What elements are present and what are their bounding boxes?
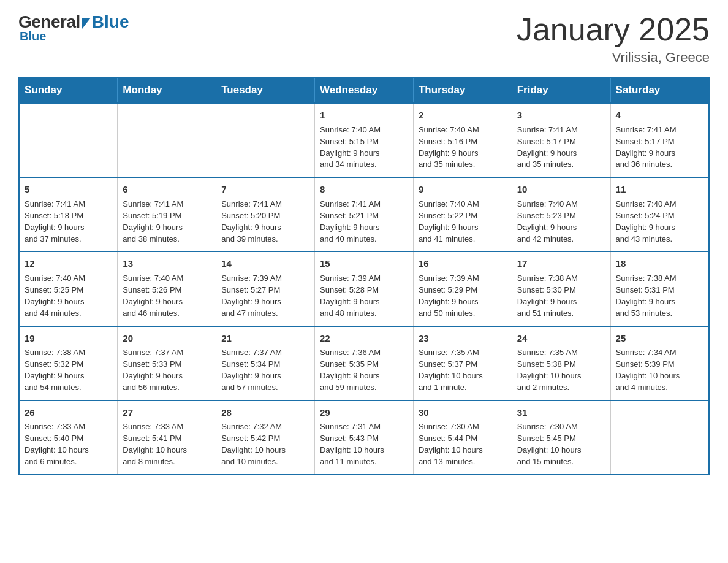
calendar-cell bbox=[216, 103, 315, 177]
day-info: Sunrise: 7:41 AMSunset: 5:21 PMDaylight:… bbox=[320, 199, 408, 245]
day-info: Sunrise: 7:40 AMSunset: 5:26 PMDaylight:… bbox=[123, 273, 211, 319]
calendar-cell: 16Sunrise: 7:39 AMSunset: 5:29 PMDayligh… bbox=[413, 251, 512, 326]
calendar-cell: 31Sunrise: 7:30 AMSunset: 5:45 PMDayligh… bbox=[512, 400, 610, 475]
day-number: 22 bbox=[320, 332, 408, 345]
calendar-cell bbox=[610, 400, 709, 475]
day-info: Sunrise: 7:33 AMSunset: 5:40 PMDaylight:… bbox=[25, 421, 112, 467]
logo-bottom-text: Blue bbox=[20, 29, 46, 44]
day-number: 7 bbox=[221, 183, 309, 196]
calendar-cell: 15Sunrise: 7:39 AMSunset: 5:28 PMDayligh… bbox=[315, 251, 414, 326]
weekday-header-saturday: Saturday bbox=[610, 77, 709, 103]
day-number: 23 bbox=[419, 332, 507, 345]
logo-triangle-icon bbox=[82, 18, 91, 29]
day-info: Sunrise: 7:40 AMSunset: 5:22 PMDaylight:… bbox=[419, 199, 507, 245]
weekday-header-monday: Monday bbox=[118, 77, 216, 103]
calendar-cell: 11Sunrise: 7:40 AMSunset: 5:24 PMDayligh… bbox=[610, 177, 709, 251]
day-info: Sunrise: 7:30 AMSunset: 5:44 PMDaylight:… bbox=[419, 421, 507, 467]
calendar-cell: 25Sunrise: 7:34 AMSunset: 5:39 PMDayligh… bbox=[610, 326, 709, 400]
day-number: 16 bbox=[419, 257, 507, 270]
calendar-cell bbox=[118, 103, 216, 177]
calendar-cell: 29Sunrise: 7:31 AMSunset: 5:43 PMDayligh… bbox=[315, 400, 414, 475]
title-block: January 2025 Vrilissia, Greece bbox=[517, 12, 710, 66]
day-info: Sunrise: 7:41 AMSunset: 5:19 PMDaylight:… bbox=[123, 199, 211, 245]
calendar-table: SundayMondayTuesdayWednesdayThursdayFrid… bbox=[18, 77, 710, 475]
day-number: 2 bbox=[419, 109, 507, 122]
day-number: 6 bbox=[123, 183, 211, 196]
day-number: 26 bbox=[25, 406, 112, 419]
calendar-cell: 27Sunrise: 7:33 AMSunset: 5:41 PMDayligh… bbox=[118, 400, 216, 475]
day-info: Sunrise: 7:36 AMSunset: 5:35 PMDaylight:… bbox=[320, 347, 408, 393]
calendar-cell bbox=[19, 103, 118, 177]
calendar-cell: 20Sunrise: 7:37 AMSunset: 5:33 PMDayligh… bbox=[118, 326, 216, 400]
day-info: Sunrise: 7:35 AMSunset: 5:38 PMDaylight:… bbox=[517, 347, 605, 393]
day-info: Sunrise: 7:40 AMSunset: 5:23 PMDaylight:… bbox=[517, 199, 605, 245]
calendar-cell: 3Sunrise: 7:41 AMSunset: 5:17 PMDaylight… bbox=[512, 103, 610, 177]
calendar-cell: 30Sunrise: 7:30 AMSunset: 5:44 PMDayligh… bbox=[413, 400, 512, 475]
calendar-cell: 1Sunrise: 7:40 AMSunset: 5:15 PMDaylight… bbox=[315, 103, 414, 177]
calendar-cell: 5Sunrise: 7:41 AMSunset: 5:18 PMDaylight… bbox=[19, 177, 118, 251]
day-info: Sunrise: 7:41 AMSunset: 5:17 PMDaylight:… bbox=[517, 124, 605, 170]
day-number: 5 bbox=[25, 183, 112, 196]
calendar-week-row: 1Sunrise: 7:40 AMSunset: 5:15 PMDaylight… bbox=[19, 103, 709, 177]
calendar-cell: 2Sunrise: 7:40 AMSunset: 5:16 PMDaylight… bbox=[413, 103, 512, 177]
day-info: Sunrise: 7:39 AMSunset: 5:27 PMDaylight:… bbox=[221, 273, 309, 319]
calendar-cell: 24Sunrise: 7:35 AMSunset: 5:38 PMDayligh… bbox=[512, 326, 610, 400]
logo-blue-text: Blue bbox=[92, 12, 129, 32]
logo: General Blue Blue bbox=[18, 12, 129, 44]
day-info: Sunrise: 7:40 AMSunset: 5:25 PMDaylight:… bbox=[25, 273, 112, 319]
day-info: Sunrise: 7:40 AMSunset: 5:16 PMDaylight:… bbox=[419, 124, 507, 170]
weekday-header-sunday: Sunday bbox=[19, 77, 118, 103]
day-number: 30 bbox=[419, 406, 507, 419]
day-info: Sunrise: 7:38 AMSunset: 5:32 PMDaylight:… bbox=[25, 347, 112, 393]
day-number: 11 bbox=[616, 183, 703, 196]
calendar-cell: 8Sunrise: 7:41 AMSunset: 5:21 PMDaylight… bbox=[315, 177, 414, 251]
weekday-header-thursday: Thursday bbox=[413, 77, 512, 103]
day-number: 17 bbox=[517, 257, 605, 270]
calendar-week-row: 12Sunrise: 7:40 AMSunset: 5:25 PMDayligh… bbox=[19, 251, 709, 326]
day-info: Sunrise: 7:32 AMSunset: 5:42 PMDaylight:… bbox=[221, 421, 309, 467]
calendar-cell: 18Sunrise: 7:38 AMSunset: 5:31 PMDayligh… bbox=[610, 251, 709, 326]
day-number: 8 bbox=[320, 183, 408, 196]
day-info: Sunrise: 7:34 AMSunset: 5:39 PMDaylight:… bbox=[616, 347, 703, 393]
day-number: 29 bbox=[320, 406, 408, 419]
day-info: Sunrise: 7:41 AMSunset: 5:20 PMDaylight:… bbox=[221, 199, 309, 245]
day-number: 18 bbox=[616, 257, 703, 270]
calendar-cell: 21Sunrise: 7:37 AMSunset: 5:34 PMDayligh… bbox=[216, 326, 315, 400]
day-info: Sunrise: 7:37 AMSunset: 5:34 PMDaylight:… bbox=[221, 347, 309, 393]
calendar-week-row: 26Sunrise: 7:33 AMSunset: 5:40 PMDayligh… bbox=[19, 400, 709, 475]
weekday-header-wednesday: Wednesday bbox=[315, 77, 414, 103]
day-number: 27 bbox=[123, 406, 211, 419]
day-info: Sunrise: 7:40 AMSunset: 5:24 PMDaylight:… bbox=[616, 199, 703, 245]
calendar-cell: 13Sunrise: 7:40 AMSunset: 5:26 PMDayligh… bbox=[118, 251, 216, 326]
calendar-cell: 28Sunrise: 7:32 AMSunset: 5:42 PMDayligh… bbox=[216, 400, 315, 475]
weekday-header-friday: Friday bbox=[512, 77, 610, 103]
day-info: Sunrise: 7:38 AMSunset: 5:30 PMDaylight:… bbox=[517, 273, 605, 319]
day-number: 13 bbox=[123, 257, 211, 270]
day-info: Sunrise: 7:35 AMSunset: 5:37 PMDaylight:… bbox=[419, 347, 507, 393]
page-header: General Blue Blue January 2025 Vrilissia… bbox=[18, 12, 710, 66]
calendar-cell: 17Sunrise: 7:38 AMSunset: 5:30 PMDayligh… bbox=[512, 251, 610, 326]
day-number: 15 bbox=[320, 257, 408, 270]
day-number: 14 bbox=[221, 257, 309, 270]
day-number: 24 bbox=[517, 332, 605, 345]
calendar-cell: 12Sunrise: 7:40 AMSunset: 5:25 PMDayligh… bbox=[19, 251, 118, 326]
calendar-cell: 4Sunrise: 7:41 AMSunset: 5:17 PMDaylight… bbox=[610, 103, 709, 177]
day-number: 28 bbox=[221, 406, 309, 419]
day-number: 4 bbox=[616, 109, 703, 122]
day-info: Sunrise: 7:40 AMSunset: 5:15 PMDaylight:… bbox=[320, 124, 408, 170]
day-info: Sunrise: 7:41 AMSunset: 5:18 PMDaylight:… bbox=[25, 199, 112, 245]
calendar-cell: 19Sunrise: 7:38 AMSunset: 5:32 PMDayligh… bbox=[19, 326, 118, 400]
calendar-week-row: 5Sunrise: 7:41 AMSunset: 5:18 PMDaylight… bbox=[19, 177, 709, 251]
calendar-week-row: 19Sunrise: 7:38 AMSunset: 5:32 PMDayligh… bbox=[19, 326, 709, 400]
calendar-cell: 22Sunrise: 7:36 AMSunset: 5:35 PMDayligh… bbox=[315, 326, 414, 400]
day-info: Sunrise: 7:33 AMSunset: 5:41 PMDaylight:… bbox=[123, 421, 211, 467]
day-number: 19 bbox=[25, 332, 112, 345]
day-info: Sunrise: 7:38 AMSunset: 5:31 PMDaylight:… bbox=[616, 273, 703, 319]
weekday-header-tuesday: Tuesday bbox=[216, 77, 315, 103]
calendar-cell: 6Sunrise: 7:41 AMSunset: 5:19 PMDaylight… bbox=[118, 177, 216, 251]
calendar-cell: 14Sunrise: 7:39 AMSunset: 5:27 PMDayligh… bbox=[216, 251, 315, 326]
calendar-cell: 10Sunrise: 7:40 AMSunset: 5:23 PMDayligh… bbox=[512, 177, 610, 251]
day-info: Sunrise: 7:37 AMSunset: 5:33 PMDaylight:… bbox=[123, 347, 211, 393]
day-number: 12 bbox=[25, 257, 112, 270]
day-number: 1 bbox=[320, 109, 408, 122]
